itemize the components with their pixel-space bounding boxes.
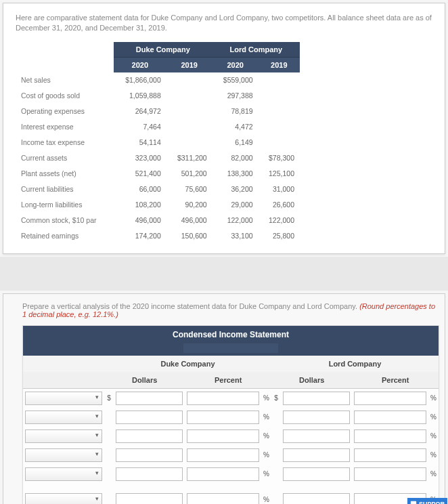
row-label: Current liabilities <box>16 181 114 196</box>
duke-2019-val <box>166 103 212 119</box>
lord-dollars-input[interactable] <box>283 493 350 504</box>
lord-dollars-input[interactable] <box>283 467 350 481</box>
support-tab[interactable]: SUPPOR <box>407 498 447 504</box>
line-item-dropdown[interactable] <box>25 448 102 462</box>
line-item-dropdown[interactable] <box>25 467 102 481</box>
lord-2019-val: 31,000 <box>259 181 300 196</box>
dollar-sign <box>271 408 281 427</box>
duke-2019-val: 501,200 <box>166 165 212 181</box>
percent-sign: % <box>261 465 271 484</box>
duke-header: Duke Company <box>114 42 212 58</box>
duke-2020-val: 1,059,888 <box>114 87 166 103</box>
lord-2019-val <box>259 103 300 119</box>
dollar-sign <box>104 427 114 446</box>
duke-2019-val: 496,000 <box>166 212 212 228</box>
line-item-dropdown[interactable] <box>25 411 102 424</box>
duke-percent-input[interactable] <box>187 493 259 504</box>
dollar-sign <box>104 446 114 465</box>
duke-2019-val: 150,600 <box>166 228 212 243</box>
lord-percent-input[interactable] <box>354 448 426 462</box>
duke-dollars-input[interactable] <box>116 429 183 443</box>
lord-dollars-input[interactable] <box>283 392 350 405</box>
cis-subhead-placeholder <box>183 343 278 353</box>
lord-2020-val: 297,388 <box>212 87 259 103</box>
support-label: SUPPOR <box>419 501 445 504</box>
duke-2020-val: 54,114 <box>114 134 166 150</box>
lord-2019-val: 125,100 <box>259 165 300 181</box>
lord-dollars-input[interactable] <box>283 448 350 462</box>
lord-percent-header: Percent <box>352 372 439 389</box>
cis-input-row: %% <box>23 408 439 427</box>
line-item-dropdown[interactable] <box>25 429 102 443</box>
duke-percent-input[interactable] <box>187 448 259 462</box>
lord-dollars-input[interactable] <box>283 429 350 443</box>
lord-dollars-input[interactable] <box>283 411 350 424</box>
percent-sign: % <box>261 408 271 427</box>
line-item-dropdown[interactable] <box>25 493 102 504</box>
intro-text: Here are comparative statement data for … <box>16 13 432 34</box>
row-label: Current assets <box>16 150 114 165</box>
percent-sign: % <box>428 465 439 484</box>
duke-dollars-header: Dollars <box>104 372 185 389</box>
lord-header: Lord Company <box>212 42 300 58</box>
lord-2020-val: 138,300 <box>212 165 259 181</box>
duke-percent-input[interactable] <box>187 411 259 424</box>
dollar-sign <box>271 446 281 465</box>
cis-title: Condensed Income Statement <box>23 326 439 343</box>
duke-2020-val: 174,200 <box>114 228 166 243</box>
cis-duke-header: Duke Company <box>104 356 271 372</box>
row-label: Net sales <box>16 72 114 88</box>
duke-dollars-input[interactable] <box>116 493 183 504</box>
duke-percent-input[interactable] <box>187 429 259 443</box>
table-row: Common stock, $10 par496,000496,000122,0… <box>16 212 300 228</box>
duke-dollars-input[interactable] <box>116 392 183 405</box>
row-label: Retained earnings <box>16 228 114 243</box>
table-row: Income tax expense54,1146,149 <box>16 134 300 150</box>
dollar-sign: $ <box>271 388 281 408</box>
percent-sign: % <box>428 446 439 465</box>
duke-dollars-input[interactable] <box>116 448 183 462</box>
duke-2019-val <box>166 72 212 88</box>
lord-2020-val: 78,819 <box>212 103 259 119</box>
instruction-main: Prepare a vertical analysis of the 2020 … <box>22 302 359 310</box>
table-row: Plant assets (net)521,400501,200138,3001… <box>16 165 300 181</box>
row-label: Plant assets (net) <box>16 165 114 181</box>
dollar-sign <box>271 465 281 484</box>
line-item-dropdown[interactable] <box>25 392 102 405</box>
duke-2019-val: 75,600 <box>166 181 212 196</box>
row-label: Income tax expense <box>16 134 114 150</box>
lord-2019-val: 122,000 <box>259 212 300 228</box>
percent-sign: % <box>261 446 271 465</box>
lord-2019-val: 26,600 <box>259 196 300 212</box>
duke-percent-input[interactable] <box>187 392 259 405</box>
lord-2020-val: 4,472 <box>212 119 259 134</box>
row-label: Operating expenses <box>16 103 114 119</box>
worksheet-panel: Prepare a vertical analysis of the 2020 … <box>3 293 445 504</box>
lord-percent-input[interactable] <box>354 411 426 424</box>
lord-2019-val: 25,800 <box>259 228 300 243</box>
dollar-sign <box>271 490 281 504</box>
duke-2020-val: 7,464 <box>114 119 166 134</box>
table-row: Net sales$1,866,000$559,000 <box>16 72 300 88</box>
lord-percent-input[interactable] <box>354 467 426 481</box>
duke-percent-input[interactable] <box>187 467 259 481</box>
cis-input-row: %% <box>23 465 439 484</box>
duke-2020-val: 521,400 <box>114 165 166 181</box>
duke-2020: 2020 <box>114 57 166 72</box>
duke-dollars-input[interactable] <box>116 411 183 424</box>
lord-percent-input[interactable] <box>354 429 426 443</box>
lord-2020-val: 122,000 <box>212 212 259 228</box>
percent-sign: % <box>428 408 439 427</box>
lord-percent-input[interactable] <box>354 392 426 405</box>
row-label: Common stock, $10 par <box>16 212 114 228</box>
duke-2020-val: $1,866,000 <box>114 72 166 88</box>
dollar-sign <box>104 490 114 504</box>
duke-2020-val: 496,000 <box>114 212 166 228</box>
lord-2020-val: $559,000 <box>212 72 259 88</box>
table-row: Cost of goods sold1,059,888297,388 <box>16 87 300 103</box>
percent-sign: % <box>261 388 271 408</box>
lord-2019-val: $78,300 <box>259 150 300 165</box>
duke-dollars-input[interactable] <box>116 467 183 481</box>
duke-2019-val <box>166 134 212 150</box>
percent-sign: % <box>428 388 439 408</box>
